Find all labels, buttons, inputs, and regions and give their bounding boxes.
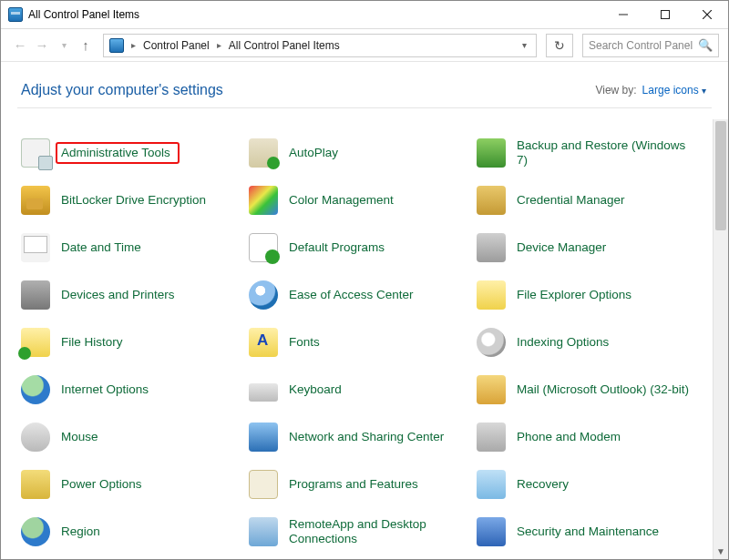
cpl-item[interactable]: Recovery <box>477 469 704 500</box>
cpl-item[interactable]: Security and Maintenance <box>477 516 704 547</box>
cpl-item-label: AutoPlay <box>289 146 338 160</box>
cpl-item[interactable]: Default Programs <box>249 232 477 263</box>
content-area: Administrative ToolsAutoPlayBackup and R… <box>1 119 728 559</box>
breadcrumb-all-items[interactable]: All Control Panel Items <box>229 39 340 52</box>
refresh-button[interactable]: ↻ <box>546 34 573 57</box>
viewby-value: Large icons <box>642 84 699 97</box>
cpl-item-label: Power Options <box>61 477 142 492</box>
cpl-item[interactable]: RemoteApp and Desktop Connections <box>249 516 477 547</box>
cpl-item[interactable]: File Explorer Options <box>477 280 704 311</box>
ic-mouse-icon <box>21 423 50 452</box>
cpl-item-label: RemoteApp and Desktop Connections <box>289 517 469 545</box>
cpl-item[interactable]: Color Management <box>249 185 477 216</box>
forward-button[interactable]: → <box>32 36 52 56</box>
cpl-item-label: Device Manager <box>517 240 606 255</box>
cpl-item-label: Administrative Tools <box>61 146 170 159</box>
cpl-item-label: BitLocker Drive Encryption <box>61 193 206 208</box>
ic-fonts-icon <box>249 328 278 357</box>
cpl-item[interactable]: File History <box>21 327 249 358</box>
ic-ease-icon <box>249 280 278 310</box>
svg-rect-1 <box>662 11 670 19</box>
cpl-item[interactable]: Ease of Access Center <box>249 280 477 311</box>
ic-date-icon <box>21 233 50 262</box>
maximize-button[interactable] <box>644 1 686 29</box>
app-icon <box>8 7 23 22</box>
close-button[interactable] <box>686 1 728 29</box>
up-button[interactable]: ↑ <box>76 36 96 56</box>
ic-fileexp-icon <box>477 280 506 310</box>
cpl-item[interactable]: Network and Sharing Center <box>249 422 477 453</box>
cpl-item[interactable]: Power Options <box>21 469 249 500</box>
ic-cred-icon <box>477 186 506 215</box>
control-panel-icon <box>109 38 124 53</box>
ic-index-icon <box>477 328 506 357</box>
scroll-down-icon[interactable]: ▼ <box>714 544 728 559</box>
cpl-item-label: Color Management <box>289 193 394 208</box>
cpl-item[interactable]: Phone and Modem <box>477 422 704 453</box>
cpl-item[interactable]: Keyboard <box>249 374 477 405</box>
cpl-item-label: Indexing Options <box>517 335 609 350</box>
cpl-item-label: Credential Manager <box>517 193 625 208</box>
breadcrumb-control-panel[interactable]: Control Panel <box>143 39 210 52</box>
cpl-item[interactable]: Device Manager <box>477 232 704 263</box>
viewby-selector[interactable]: Large icons ▾ <box>642 84 706 97</box>
vertical-scrollbar[interactable]: ▲ ▼ <box>713 119 728 559</box>
items-grid: Administrative ToolsAutoPlayBackup and R… <box>1 119 713 559</box>
ic-admin-icon <box>21 138 50 168</box>
cpl-item-label: Mouse <box>61 430 98 444</box>
ic-region-icon <box>21 517 50 546</box>
cpl-item-label: Network and Sharing Center <box>289 430 444 444</box>
cpl-item[interactable]: Region <box>21 516 249 547</box>
cpl-item[interactable]: Backup and Restore (Windows 7) <box>477 137 704 168</box>
ic-autoplay-icon <box>249 138 278 168</box>
cpl-item[interactable]: Credential Manager <box>477 185 704 216</box>
ic-kbd-icon <box>249 383 278 402</box>
cpl-item[interactable]: Devices and Printers <box>21 280 249 311</box>
address-bar[interactable]: ▸ Control Panel ▸ All Control Panel Item… <box>103 34 537 57</box>
divider <box>17 107 712 108</box>
ic-power-icon <box>21 470 50 499</box>
cpl-item-label: File History <box>61 335 123 350</box>
ic-inet-icon <box>21 375 50 404</box>
ic-color-icon <box>249 186 278 215</box>
search-placeholder: Search Control Panel <box>589 39 693 52</box>
cpl-item[interactable]: Fonts <box>249 327 477 358</box>
cpl-item-label: Internet Options <box>61 382 149 397</box>
cpl-item[interactable]: Mouse <box>21 422 249 453</box>
recent-locations-button[interactable]: ▾ <box>54 36 74 56</box>
cpl-item-label: Keyboard <box>289 382 342 397</box>
page-title: Adjust your computer's settings <box>21 82 223 98</box>
cpl-item[interactable]: Administrative Tools <box>21 137 249 168</box>
ic-remote-icon <box>249 517 278 546</box>
minimize-icon <box>619 10 628 19</box>
ic-bitlocker-icon <box>21 186 50 215</box>
cpl-item-label: Security and Maintenance <box>517 524 659 539</box>
cpl-item-label: Programs and Features <box>289 477 418 492</box>
scroll-thumb[interactable] <box>715 121 726 230</box>
cpl-item[interactable]: BitLocker Drive Encryption <box>21 185 249 216</box>
cpl-item-label: Recovery <box>517 477 569 492</box>
cpl-item[interactable]: Date and Time <box>21 232 249 263</box>
search-input[interactable]: Search Control Panel 🔍 <box>582 34 719 57</box>
cpl-item[interactable]: Indexing Options <box>477 327 704 358</box>
ic-netshare-icon <box>249 423 278 452</box>
titlebar-left: All Control Panel Items <box>8 7 139 22</box>
back-button[interactable]: ← <box>10 36 30 56</box>
cpl-item[interactable]: Mail (Microsoft Outlook) (32-bit) <box>477 374 704 405</box>
navigation-bar: ← → ▾ ↑ ▸ Control Panel ▸ All Control Pa… <box>1 29 728 62</box>
titlebar: All Control Panel Items <box>1 1 728 29</box>
minimize-button[interactable] <box>602 1 644 29</box>
ic-recovery-icon <box>477 470 506 499</box>
address-dropdown-button[interactable]: ▾ <box>517 40 532 50</box>
cpl-item-label: Region <box>61 524 100 539</box>
cpl-item[interactable]: Internet Options <box>21 374 249 405</box>
ic-backup-icon <box>477 138 506 168</box>
ic-defprog-icon <box>249 233 278 262</box>
cpl-item[interactable]: Programs and Features <box>249 469 477 500</box>
cpl-item-label: Date and Time <box>61 240 141 255</box>
cpl-item[interactable]: AutoPlay <box>249 137 477 168</box>
window-controls <box>602 1 728 29</box>
ic-progfeat-icon <box>249 470 278 499</box>
ic-mail-icon <box>477 375 506 404</box>
ic-phone-icon <box>477 423 506 452</box>
